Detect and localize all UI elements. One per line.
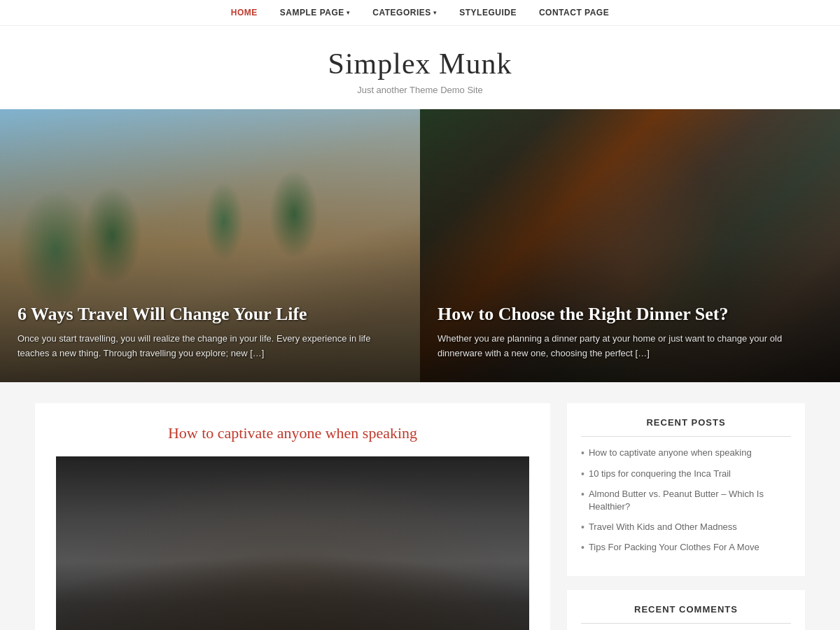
recent-post-link-3[interactable]: Almond Butter vs. Peanut Butter – Which … bbox=[589, 488, 791, 513]
nav-categories-arrow: ▾ bbox=[433, 9, 438, 16]
article-title[interactable]: How to captivate anyone when speaking bbox=[56, 424, 529, 442]
sidebar: RECENT POSTS How to captivate anyone whe… bbox=[567, 403, 805, 630]
list-item: Travel With Kids and Other Madness bbox=[581, 521, 791, 535]
nav-sample-page-arrow: ▾ bbox=[346, 9, 351, 16]
hero-left-title: 6 Ways Travel Will Change Your Life bbox=[18, 303, 402, 325]
hero-left-excerpt: Once you start travelling, you will real… bbox=[18, 332, 402, 361]
site-header: Simplex Munk Just another Theme Demo Sit… bbox=[0, 26, 840, 109]
list-item: Almond Butter vs. Peanut Butter – Which … bbox=[581, 488, 791, 513]
recent-post-link-4[interactable]: Travel With Kids and Other Madness bbox=[589, 521, 737, 533]
main-wrapper: How to captivate anyone when speaking RE… bbox=[21, 403, 819, 630]
nav-contact[interactable]: CONTACT PAGE bbox=[539, 8, 609, 18]
hero-right-content: How to Choose the Right Dinner Set? Whet… bbox=[438, 303, 822, 361]
list-item: How to captivate anyone when speaking bbox=[581, 447, 791, 461]
nav-categories-wrapper: CATEGORIES ▾ bbox=[372, 8, 437, 18]
recent-posts-list: How to captivate anyone when speaking 10… bbox=[581, 447, 791, 555]
recent-post-link-1[interactable]: How to captivate anyone when speaking bbox=[589, 447, 752, 459]
hero-item-right[interactable]: How to Choose the Right Dinner Set? Whet… bbox=[420, 109, 840, 382]
hero-right-excerpt: Whether you are planning a dinner party … bbox=[438, 332, 822, 361]
recent-post-link-5[interactable]: Tips For Packing Your Clothes For A Move bbox=[589, 541, 760, 554]
site-tagline: Just another Theme Demo Site bbox=[14, 85, 826, 95]
hero-left-content: 6 Ways Travel Will Change Your Life Once… bbox=[18, 303, 402, 361]
main-content: How to captivate anyone when speaking bbox=[35, 403, 550, 630]
recent-posts-title: RECENT POSTS bbox=[581, 417, 791, 437]
recent-comments-title: RECENT COMMENTS bbox=[581, 604, 791, 624]
list-item: 10 tips for conquering the Inca Trail bbox=[581, 468, 791, 482]
hero-item-left[interactable]: 6 Ways Travel Will Change Your Life Once… bbox=[0, 109, 420, 382]
nav-sample-page[interactable]: SAMPLE PAGE bbox=[280, 8, 344, 18]
hero-right-title: How to Choose the Right Dinner Set? bbox=[438, 303, 822, 325]
recent-post-link-2[interactable]: 10 tips for conquering the Inca Trail bbox=[589, 468, 731, 480]
site-title: Simplex Munk bbox=[14, 47, 826, 80]
hero-grid: 6 Ways Travel Will Change Your Life Once… bbox=[0, 109, 840, 382]
nav-styleguide[interactable]: STYLEGUIDE bbox=[459, 8, 517, 18]
nav-sample-page-wrapper: SAMPLE PAGE ▾ bbox=[280, 8, 350, 18]
nav-categories[interactable]: CATEGORIES bbox=[372, 8, 430, 18]
nav-home[interactable]: HOME bbox=[231, 8, 258, 18]
recent-comments-widget: RECENT COMMENTS bbox=[567, 590, 805, 630]
article-image bbox=[56, 456, 529, 630]
main-navigation: HOME SAMPLE PAGE ▾ CATEGORIES ▾ STYLEGUI… bbox=[0, 0, 840, 26]
recent-posts-widget: RECENT POSTS How to captivate anyone whe… bbox=[567, 403, 805, 576]
article-card: How to captivate anyone when speaking bbox=[35, 403, 550, 630]
list-item: Tips For Packing Your Clothes For A Move bbox=[581, 541, 791, 555]
